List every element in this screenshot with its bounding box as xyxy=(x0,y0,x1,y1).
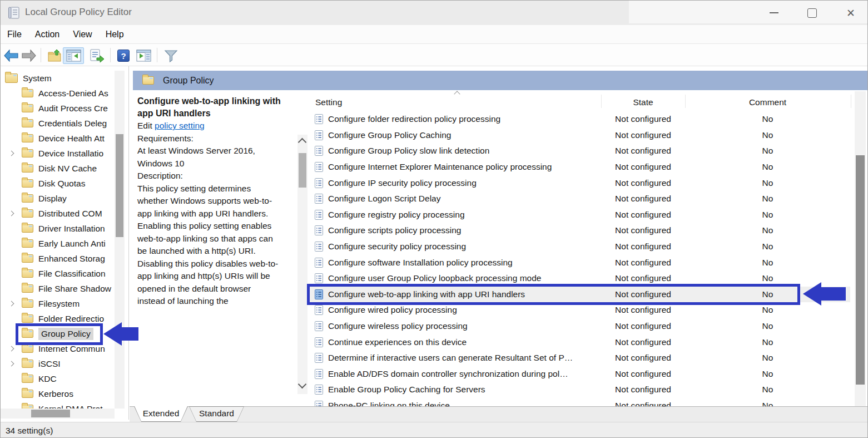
sidebar-item-disk-nv-cache[interactable]: Disk NV Cache xyxy=(1,161,115,176)
sidebar-item-driver-installation[interactable]: Driver Installation xyxy=(1,221,115,236)
expand-chevron-icon[interactable] xyxy=(7,347,22,351)
toolbar-separator xyxy=(157,48,157,62)
sidebar-item-access-denied-as[interactable]: Access-Denied As xyxy=(1,86,115,101)
description-scrollbar xyxy=(295,90,310,406)
table-row-continue-experiences-on-this-device[interactable]: Continue experiences on this deviceNot c… xyxy=(310,334,850,350)
sidebar-item-credentials-deleg[interactable]: Credentials Deleg xyxy=(1,116,115,131)
setting-name: Configure Group Policy Caching xyxy=(328,130,451,140)
tab-standard[interactable]: Standard xyxy=(189,406,244,422)
tree-vertical-scrollbar-thumb[interactable] xyxy=(116,134,123,237)
setting-name: Configure wired policy processing xyxy=(328,305,457,315)
sidebar-item-device-health-att[interactable]: Device Health Att xyxy=(1,131,115,146)
column-header-setting[interactable]: Setting xyxy=(315,97,342,107)
expand-chevron-icon[interactable] xyxy=(7,211,22,215)
table-row-configure-registry-policy-processing[interactable]: Configure registry policy processingNot … xyxy=(310,207,850,223)
tree-horizontal-scrollbar-thumb[interactable] xyxy=(31,410,70,417)
menu-action[interactable]: Action xyxy=(35,29,59,40)
table-row-determine-if-interactive-users-can-gener[interactable]: Determine if interactive users can gener… xyxy=(310,350,850,366)
description-paragraph: This policy setting determines whether W… xyxy=(137,183,281,220)
sidebar-item-distributed-com[interactable]: Distributed COM xyxy=(1,206,115,221)
setting-name: Configure Group Policy slow link detecti… xyxy=(328,146,489,156)
list-vertical-scrollbar-thumb[interactable] xyxy=(856,155,865,385)
show-action-pane-button[interactable] xyxy=(135,48,152,63)
setting-cell: Continue experiences on this device xyxy=(310,337,601,347)
tab-extended[interactable]: Extended xyxy=(134,406,188,422)
state-cell: Not configured xyxy=(601,273,685,283)
sidebar-item-kdc[interactable]: KDC xyxy=(1,371,115,386)
policy-document-icon xyxy=(315,337,323,347)
column-separator[interactable] xyxy=(685,95,686,108)
sidebar-item-label: Access-Denied As xyxy=(38,88,108,99)
expand-chevron-icon[interactable] xyxy=(7,302,22,306)
table-row-configure-scripts-policy-processing[interactable]: Configure scripts policy processingNot c… xyxy=(310,223,850,239)
forward-button[interactable] xyxy=(21,48,37,63)
column-header-comment[interactable]: Comment xyxy=(685,97,850,107)
table-row-configure-group-policy-slow-link-detecti[interactable]: Configure Group Policy slow link detecti… xyxy=(310,143,850,159)
table-row-configure-group-policy-caching[interactable]: Configure Group Policy CachingNot config… xyxy=(310,127,850,144)
sidebar-item-enhanced-storag[interactable]: Enhanced Storag xyxy=(1,251,115,266)
folder-icon xyxy=(22,209,33,218)
menu-view[interactable]: View xyxy=(73,29,92,40)
comment-cell: No xyxy=(685,146,850,156)
setting-name: Configure Logon Script Delay xyxy=(328,194,440,204)
folder-icon xyxy=(22,314,33,323)
help-button[interactable]: ? xyxy=(115,48,132,63)
sidebar-item-kerberos[interactable]: Kerberos xyxy=(1,386,115,401)
setting-cell: Configure user Group Policy loopback pro… xyxy=(310,273,601,283)
expand-chevron-icon[interactable] xyxy=(7,151,22,155)
table-row-configure-wireless-policy-processing[interactable]: Configure wireless policy processingNot … xyxy=(310,318,850,334)
folder-icon xyxy=(22,254,33,263)
column-separator[interactable] xyxy=(851,95,851,108)
export-list-icon xyxy=(90,49,105,63)
help-icon: ? xyxy=(117,50,130,62)
sidebar-item-file-share-shadow[interactable]: File Share Shadow xyxy=(1,281,115,296)
comment-cell: No xyxy=(685,273,850,283)
table-row-phone-pc-linking-on-this-device[interactable]: Phone-PC linking on this deviceNot confi… xyxy=(310,398,850,406)
comment-cell: No xyxy=(685,337,850,347)
table-row-configure-ip-security-policy-processing[interactable]: Configure IP security policy processingN… xyxy=(310,175,850,191)
menu-file[interactable]: File xyxy=(7,29,22,40)
expand-chevron-icon[interactable] xyxy=(7,362,22,366)
back-button[interactable] xyxy=(3,48,19,63)
table-row-enable-group-policy-caching-for-servers[interactable]: Enable Group Policy Caching for ServersN… xyxy=(310,382,850,398)
up-one-level-button[interactable] xyxy=(46,48,63,63)
comment-cell: No xyxy=(685,194,850,204)
sidebar-item-filesystem[interactable]: Filesystem xyxy=(1,296,115,311)
column-header-state[interactable]: State xyxy=(601,97,685,107)
table-row-enable-ad-dfs-domain-controller-synchron[interactable]: Enable AD/DFS domain controller synchron… xyxy=(310,366,850,382)
sidebar-item-label: Early Launch Anti xyxy=(38,239,106,249)
setting-cell: Determine if interactive users can gener… xyxy=(310,353,601,363)
table-row-configure-security-policy-processing[interactable]: Configure security policy processingNot … xyxy=(310,239,850,255)
sidebar-item-label: Display xyxy=(38,194,67,204)
sidebar-item-file-classification[interactable]: File Classification xyxy=(1,266,115,281)
setting-cell: Configure software Installation policy p… xyxy=(310,258,601,268)
sidebar-item-audit-process-cre[interactable]: Audit Process Cre xyxy=(1,101,115,116)
state-cell: Not configured xyxy=(601,194,685,204)
export-list-button[interactable] xyxy=(88,48,105,63)
table-row-configure-internet-explorer-maintenance-[interactable]: Configure Internet Explorer Maintenance … xyxy=(310,159,850,175)
maximize-button[interactable] xyxy=(802,4,821,21)
close-button[interactable]: ✕ xyxy=(841,4,860,21)
title-bar-light-region xyxy=(629,1,868,23)
table-row-configure-folder-redirection-policy-proc[interactable]: Configure folder redirection policy proc… xyxy=(310,111,850,127)
sidebar-item-device-installatio[interactable]: Device Installatio xyxy=(1,146,115,161)
column-separator[interactable] xyxy=(601,95,602,108)
console-tree-icon xyxy=(66,50,81,62)
setting-name: Enable AD/DFS domain controller synchron… xyxy=(328,369,568,379)
filter-button[interactable] xyxy=(162,48,179,63)
sidebar-item-iscsi[interactable]: iSCSI xyxy=(1,356,115,371)
show-console-tree-button[interactable] xyxy=(65,48,82,63)
table-row-configure-logon-script-delay[interactable]: Configure Logon Script DelayNot configur… xyxy=(310,191,850,207)
menu-help[interactable]: Help xyxy=(106,29,124,40)
sidebar-item-early-launch-anti[interactable]: Early Launch Anti xyxy=(1,236,115,251)
table-row-configure-software-installation-policy-p[interactable]: Configure software Installation policy p… xyxy=(310,254,850,270)
setting-cell: Phone-PC linking on this device xyxy=(310,401,601,406)
sidebar-item-system[interactable]: System xyxy=(1,71,115,86)
tab-extended-label: Extended xyxy=(134,409,188,419)
policy-setting-link[interactable]: policy setting xyxy=(155,121,205,130)
sidebar-item-display[interactable]: Display xyxy=(1,191,115,206)
description-scrollbar-thumb[interactable] xyxy=(299,153,306,188)
sidebar-item-disk-quotas[interactable]: Disk Quotas xyxy=(1,176,115,191)
tree-vertical-scrollbar[interactable] xyxy=(115,71,125,409)
minimize-button[interactable] xyxy=(765,4,783,21)
